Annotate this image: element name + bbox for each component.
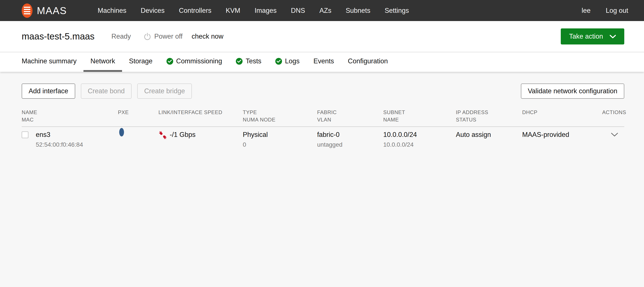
maas-brand[interactable]: MAAS — [22, 4, 67, 18]
ip-cell: Auto assign — [456, 130, 522, 149]
logout-link[interactable]: Log out — [606, 7, 628, 15]
top-navbar: MAAS Machines Devices Controllers KVM Im… — [0, 0, 644, 21]
nav-item-azs[interactable]: AZs — [320, 7, 332, 15]
tab-label: Logs — [285, 57, 300, 65]
tab-network[interactable]: Network — [84, 52, 122, 72]
add-interface-button[interactable]: Add interface — [22, 84, 75, 99]
check-circle-icon — [236, 58, 242, 65]
col-header-link-speed: LINK/INTERFACE SPEED — [158, 109, 243, 123]
machine-status: Ready — [112, 33, 131, 40]
power-label: Power off — [154, 33, 182, 40]
dhcp-value: MAAS-provided — [522, 130, 602, 139]
create-bond-button[interactable]: Create bond — [81, 84, 132, 99]
interface-name: ens3 — [36, 130, 83, 139]
interface-type: Physical — [243, 130, 317, 139]
check-power-now-link[interactable]: check now — [192, 33, 223, 40]
nav-item-settings[interactable]: Settings — [384, 7, 409, 15]
subnet-cell: 10.0.0.0/24 10.0.0.0/24 — [383, 130, 456, 149]
numa-node: 0 — [243, 141, 317, 149]
tab-label: Events — [314, 57, 334, 65]
nav-item-machines[interactable]: Machines — [98, 7, 126, 15]
table-row: ens3 52:54:00:f0:46:84 — [22, 127, 624, 149]
col-header-name-mac: NAMEMAC — [22, 109, 118, 123]
tab-label: Commissioning — [176, 57, 222, 65]
nav-item-controllers[interactable]: Controllers — [179, 7, 211, 15]
table-header-row: NAMEMAC PXE LINK/INTERFACE SPEED TYPENUM… — [22, 109, 624, 127]
tab-tests[interactable]: Tests — [229, 52, 268, 72]
interface-name-block: ens3 52:54:00:f0:46:84 — [36, 130, 83, 149]
interface-speed: -/1 Gbps — [170, 130, 196, 139]
name-cell: ens3 52:54:00:f0:46:84 — [22, 130, 118, 149]
take-action-label: Take action — [569, 33, 603, 40]
nav-menu: Machines Devices Controllers KVM Images … — [98, 7, 409, 15]
dhcp-cell: MAAS-provided — [522, 130, 602, 149]
ip-status: Auto assign — [456, 130, 522, 139]
col-header-pxe: PXE — [118, 109, 158, 123]
nav-right: lee Log out — [582, 7, 628, 15]
check-circle-icon — [275, 58, 282, 65]
tab-commissioning[interactable]: Commissioning — [160, 52, 229, 72]
subnet-cidr: 10.0.0.0/24 — [383, 130, 456, 139]
link-speed-cell: -/1 Gbps — [158, 130, 243, 149]
validate-network-configuration-button[interactable]: Validate network configuration — [521, 84, 624, 99]
chevron-down-icon — [610, 35, 616, 39]
network-content: Add interface Create bond Create bridge … — [0, 72, 644, 149]
col-header-actions: ACTIONS — [602, 109, 626, 123]
tab-label: Tests — [246, 57, 261, 65]
col-header-ip-status: IP ADDRESSSTATUS — [456, 109, 522, 123]
vlan-name: untagged — [317, 141, 383, 149]
network-toolbar: Add interface Create bond Create bridge … — [22, 84, 624, 99]
page-title: maas-test-5.maas — [22, 31, 94, 42]
row-checkbox[interactable] — [22, 131, 28, 138]
power-status: Power off — [144, 33, 182, 40]
tab-label: Network — [90, 57, 115, 65]
machine-tabs: Machine summary Network Storage Commissi… — [0, 52, 644, 72]
interface-mac: 52:54:00:f0:46:84 — [36, 141, 83, 149]
brand-name: MAAS — [37, 5, 67, 17]
col-header-fabric-vlan: FABRICVLAN — [317, 109, 383, 123]
fabric-cell: fabric-0 untagged — [317, 130, 383, 149]
machine-header: maas-test-5.maas Ready Power off check n… — [0, 21, 644, 72]
nav-item-kvm[interactable]: KVM — [226, 7, 240, 15]
type-cell: Physical 0 — [243, 130, 317, 149]
tab-storage[interactable]: Storage — [122, 52, 160, 72]
tab-label: Configuration — [348, 57, 388, 65]
title-row: maas-test-5.maas Ready Power off check n… — [0, 21, 644, 52]
user-menu[interactable]: lee — [582, 7, 590, 15]
nav-item-dns[interactable]: DNS — [291, 7, 305, 15]
create-bridge-button[interactable]: Create bridge — [137, 84, 192, 99]
maas-logo-icon — [22, 4, 32, 18]
take-action-button[interactable]: Take action — [561, 29, 624, 45]
col-header-type-numa: TYPENUMA NODE — [243, 109, 317, 123]
tab-configuration[interactable]: Configuration — [341, 52, 395, 72]
pxe-cell — [118, 130, 158, 149]
link-broken-icon — [158, 131, 167, 139]
check-circle-icon — [166, 58, 173, 65]
col-header-subnet-name: SUBNETNAME — [383, 109, 456, 123]
power-icon — [144, 33, 151, 40]
tab-machine-summary[interactable]: Machine summary — [15, 52, 84, 72]
tab-logs[interactable]: Logs — [268, 52, 306, 72]
subnet-name: 10.0.0.0/24 — [383, 141, 456, 149]
tab-label: Machine summary — [22, 57, 76, 65]
nav-item-subnets[interactable]: Subnets — [346, 7, 370, 15]
fabric-name: fabric-0 — [317, 130, 383, 139]
pxe-indicator-icon — [119, 128, 124, 136]
nav-item-images[interactable]: Images — [254, 7, 276, 15]
interfaces-table: NAMEMAC PXE LINK/INTERFACE SPEED TYPENUM… — [22, 109, 624, 149]
tab-events[interactable]: Events — [306, 52, 341, 72]
nav-item-devices[interactable]: Devices — [141, 7, 164, 15]
row-actions-chevron-icon[interactable] — [611, 133, 618, 137]
col-header-dhcp: DHCP — [522, 109, 602, 123]
actions-cell — [602, 130, 624, 149]
tab-label: Storage — [129, 57, 152, 65]
